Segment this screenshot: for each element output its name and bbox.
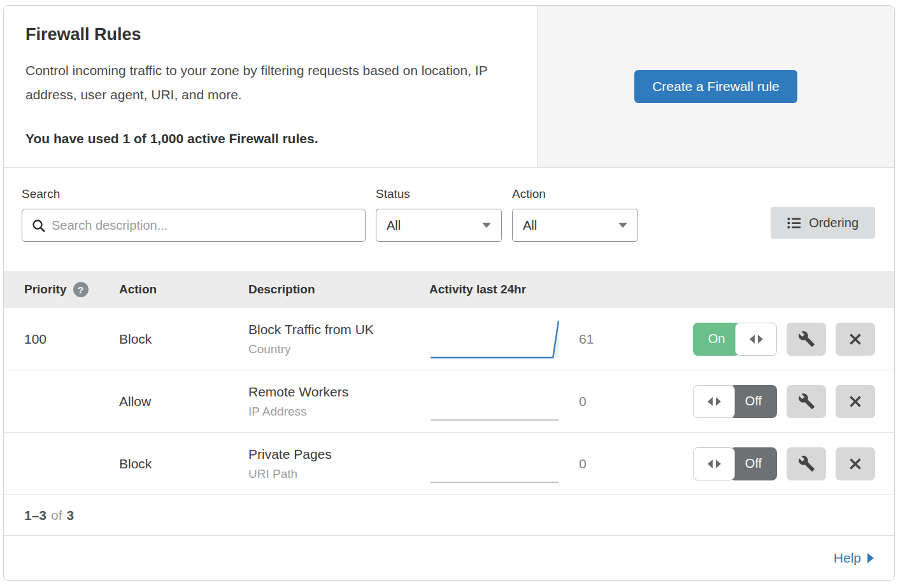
x-icon (848, 394, 863, 409)
x-icon (848, 332, 863, 347)
toggle-state-label: On (693, 323, 740, 356)
table-row: 100 Block Block Traffic from UK Country … (4, 308, 894, 370)
filter-bar: Search Status All Action All (4, 168, 894, 271)
help-row: Help (4, 536, 894, 580)
rule-description: Block Traffic from UK (248, 322, 429, 337)
priority-header-label: Priority (24, 283, 67, 297)
action-select[interactable]: All (512, 209, 638, 242)
help-link-label: Help (834, 550, 861, 566)
activity-cell: 61 (429, 319, 693, 359)
usage-note: You have used 1 of 1,000 active Firewall… (25, 131, 515, 146)
column-header-priority: Priority ? (4, 282, 119, 297)
wrench-icon (798, 393, 815, 410)
rule-type: Country (248, 342, 429, 356)
activity-count: 0 (579, 394, 615, 409)
search-box (22, 209, 366, 242)
arrow-left-icon (708, 459, 713, 468)
arrow-right-icon (716, 397, 721, 406)
toggle-state-label: Off (730, 447, 777, 480)
description-cell: Remote Workers IP Address (248, 384, 429, 419)
status-filter: Status All (376, 187, 502, 271)
search-filter: Search (22, 187, 366, 271)
toggle-handle[interactable] (735, 323, 777, 356)
description-cell: Block Traffic from UK Country (248, 322, 429, 356)
toggle-handle[interactable] (693, 385, 735, 418)
wrench-icon (798, 330, 815, 347)
help-link[interactable]: Help (834, 550, 874, 566)
arrow-right-icon (758, 335, 763, 344)
ordered-list-icon (787, 217, 801, 229)
rule-enabled-toggle[interactable]: On (693, 323, 777, 356)
search-input[interactable] (22, 209, 365, 241)
edit-rule-button[interactable] (787, 447, 826, 480)
wrench-icon (798, 455, 815, 472)
x-icon (848, 456, 863, 472)
priority-cell: 100 (4, 332, 119, 347)
edit-rule-button[interactable] (787, 323, 826, 356)
status-select[interactable]: All (376, 209, 502, 242)
column-header-description: Description (248, 283, 429, 297)
toggle-handle[interactable] (693, 447, 735, 480)
rule-type: URI Path (248, 467, 429, 481)
activity-sparkline (429, 444, 560, 484)
table-row: Block Private Pages URI Path 0 Off (4, 433, 894, 495)
rule-enabled-toggle[interactable]: Off (693, 385, 777, 418)
page-description: Control incoming traffic to your zone by… (25, 59, 515, 107)
ordering-button-label: Ordering (809, 216, 859, 230)
page-title: Firewall Rules (25, 25, 515, 45)
delete-rule-button[interactable] (836, 385, 875, 418)
search-icon (31, 218, 46, 234)
header-text-block: Firewall Rules Control incoming traffic … (4, 6, 537, 167)
priority-help-icon[interactable]: ? (73, 282, 89, 297)
rule-description: Private Pages (248, 447, 429, 462)
pagination-of-label: of (51, 508, 62, 523)
action-label: Action (512, 187, 638, 201)
activity-sparkline (429, 319, 560, 359)
search-label: Search (22, 187, 366, 201)
create-firewall-rule-button[interactable]: Create a Firewall rule (634, 70, 797, 103)
table-row: Allow Remote Workers IP Address 0 Off (4, 370, 894, 433)
pagination-range: 1–3 (24, 508, 46, 523)
rule-type: IP Address (248, 405, 429, 419)
activity-cell: 0 (429, 382, 693, 421)
arrow-left-icon (750, 335, 755, 344)
description-cell: Private Pages URI Path (248, 447, 429, 481)
rule-description: Remote Workers (248, 384, 429, 400)
edit-rule-button[interactable] (787, 385, 826, 418)
chevron-down-icon (482, 223, 491, 228)
column-header-activity: Activity last 24hr (429, 283, 894, 297)
activity-count: 0 (579, 456, 615, 472)
toggle-state-label: Off (730, 385, 777, 418)
status-label: Status (376, 187, 502, 201)
ordering-button[interactable]: Ordering (771, 207, 875, 239)
activity-sparkline (429, 382, 560, 421)
activity-count: 61 (579, 332, 615, 347)
action-cell: Allow (119, 394, 248, 409)
table-header-row: Priority ? Action Description Activity l… (4, 271, 894, 308)
row-controls: On (693, 323, 894, 356)
delete-rule-button[interactable] (836, 447, 875, 480)
row-controls: Off (693, 447, 894, 480)
action-cell: Block (119, 456, 248, 472)
header-action-panel: Create a Firewall rule (537, 6, 894, 167)
arrow-left-icon (708, 397, 713, 406)
firewall-rules-panel: Firewall Rules Control incoming traffic … (3, 5, 895, 581)
column-header-action: Action (119, 283, 248, 297)
rule-enabled-toggle[interactable]: Off (693, 447, 777, 480)
row-controls: Off (693, 385, 894, 418)
arrow-right-icon (867, 553, 874, 563)
header-section: Firewall Rules Control incoming traffic … (4, 6, 894, 168)
chevron-down-icon (618, 223, 627, 228)
action-select-value: All (523, 218, 618, 233)
activity-cell: 0 (429, 444, 693, 484)
pagination-total: 3 (67, 508, 75, 523)
arrow-right-icon (716, 459, 721, 468)
table-body: 100 Block Block Traffic from UK Country … (4, 308, 894, 495)
action-cell: Block (119, 332, 248, 347)
pagination: 1–3 of 3 (4, 495, 894, 536)
status-select-value: All (387, 218, 482, 233)
action-filter: Action All (512, 187, 638, 271)
filter-spacer (648, 187, 771, 271)
delete-rule-button[interactable] (836, 323, 875, 356)
